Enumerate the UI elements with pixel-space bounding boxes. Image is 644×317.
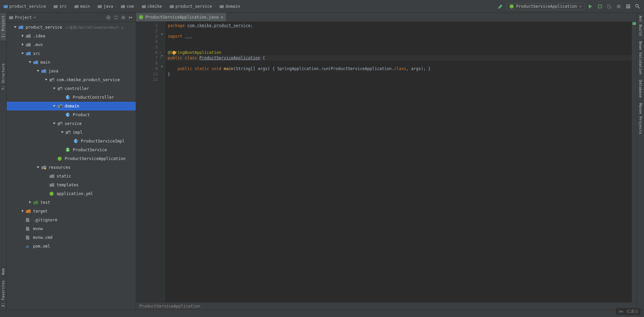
tree-item[interactable]: .gitignore [7, 216, 136, 224]
tree-item[interactable]: application.yml [7, 189, 136, 198]
search-icon[interactable] [634, 3, 641, 10]
left-tool-strip: 1: Project7: StructureWeb2: Favorites [0, 13, 7, 310]
tree-label: product_service [26, 25, 62, 30]
tree-item[interactable]: target [7, 207, 136, 216]
tree-item[interactable]: com.ckmike.product_service [7, 75, 136, 84]
folder-mod-icon [18, 25, 24, 30]
hide-icon[interactable] [128, 14, 134, 21]
folder-src-icon [33, 60, 38, 65]
fold-icon[interactable]: ⊞ [161, 54, 164, 57]
left-strip-tab[interactable]: 2: Favorites [0, 278, 6, 310]
breadcrumb-item[interactable]: com [119, 3, 135, 9]
editor-breadcrumb[interactable]: ProductServiceApplication [136, 302, 637, 310]
tree-item[interactable]: domain [7, 102, 136, 110]
svg-rect-4 [626, 6, 628, 8]
tree-item[interactable]: CProductController [7, 93, 136, 102]
debug-icon[interactable] [596, 3, 604, 10]
tree-item[interactable]: service [7, 119, 136, 128]
file-icon [26, 218, 31, 222]
tree-item[interactable]: resources [7, 163, 136, 172]
breadcrumb-item[interactable]: src [52, 3, 68, 9]
tree-item[interactable]: mpom.xml [7, 242, 136, 251]
tree-label: application.yml [57, 191, 93, 196]
tree-item[interactable]: CProductServiceImpl [7, 137, 136, 146]
svg-point-15 [60, 106, 62, 108]
svg-rect-0 [498, 7, 499, 9]
editor-tab[interactable]: ProductServiceApplication.java × [136, 12, 226, 21]
breadcrumb-item[interactable]: product_service [168, 3, 213, 9]
tree-item[interactable]: product_service~/桌面/SprinCloud/product_s [7, 23, 136, 32]
spring-icon [509, 4, 514, 9]
tree-item[interactable]: controller [7, 84, 136, 93]
stop-icon[interactable] [615, 3, 622, 10]
tree-item[interactable]: main [7, 58, 136, 67]
breadcrumb: product_service〉src〉main〉java〉com〉ckmike… [0, 3, 497, 9]
breadcrumb-item[interactable]: java [96, 3, 115, 9]
tree-item[interactable]: mvnw.cmd [7, 233, 136, 242]
tree-item[interactable]: IProductService [7, 146, 136, 154]
tree-item[interactable]: impl [7, 128, 136, 137]
bulb-icon[interactable] [172, 51, 176, 55]
error-strip[interactable] [632, 22, 637, 302]
hammer-icon[interactable] [497, 3, 504, 10]
tree-item[interactable]: static [7, 172, 136, 181]
toolbar-right: ProductServiceApplication [497, 3, 644, 10]
breadcrumb-item[interactable]: domain [218, 3, 241, 9]
interface-icon: I [65, 148, 71, 152]
breadcrumb-item[interactable]: main [73, 3, 91, 9]
tree-label: controller [65, 86, 89, 91]
class-icon: C [65, 113, 71, 117]
run-config-selector[interactable]: ProductServiceApplication [506, 3, 585, 10]
tree-item[interactable]: templates [7, 181, 136, 189]
tree-label: ProductController [73, 95, 114, 100]
right-strip-tab[interactable]: Bean Validation [638, 38, 643, 77]
left-strip-tab[interactable]: 7: Structure [0, 61, 6, 93]
breadcrumb-class: ProductServiceApplication [139, 304, 200, 309]
left-strip-tab[interactable]: 1: Project [0, 13, 6, 40]
tree-item[interactable]: .idea [7, 32, 136, 40]
fold-icon[interactable]: ⊞ [161, 65, 164, 68]
close-icon[interactable]: × [221, 14, 223, 20]
svg-text:C: C [66, 113, 69, 117]
breadcrumb-item[interactable]: product_service [2, 3, 47, 9]
tree-item[interactable]: CProduct [7, 110, 136, 119]
left-strip-tab[interactable]: Web [0, 265, 6, 278]
folder-src-icon [26, 51, 31, 56]
chevron-down-icon [579, 5, 582, 8]
tree-item[interactable]: src [7, 49, 136, 58]
coverage-icon[interactable] [606, 3, 613, 10]
fold-column[interactable]: ⊞⊞⊞ [160, 22, 165, 302]
project-panel: Project product_service~/桌面/SprinCloud/p… [7, 13, 136, 310]
breadcrumb-item[interactable]: ckmike [140, 3, 163, 9]
svg-point-1 [598, 5, 602, 8]
project-tree[interactable]: product_service~/桌面/SprinCloud/product_s… [7, 22, 136, 310]
tree-item[interactable]: mvnw [7, 224, 136, 233]
right-strip-tab[interactable]: Database [638, 77, 643, 100]
editor-area: ProductServiceApplication.java × 1234567… [136, 13, 637, 310]
tree-item[interactable]: .mvn [7, 40, 136, 49]
folder-target-icon [26, 209, 31, 214]
line-gutter[interactable]: 1234567891213 [136, 22, 160, 302]
structure-icon[interactable] [624, 3, 632, 10]
svg-point-31 [621, 310, 622, 311]
svg-rect-5 [628, 6, 630, 8]
collapse-icon[interactable] [113, 14, 119, 21]
tree-item[interactable]: java [7, 67, 136, 75]
gear-icon[interactable] [120, 14, 126, 21]
file-icon [26, 235, 31, 240]
run-icon[interactable] [587, 3, 594, 10]
svg-rect-7 [9, 16, 13, 19]
status-bar [0, 310, 644, 317]
fold-icon[interactable]: ⊞ [161, 32, 164, 36]
right-strip-tab[interactable]: Maven Projects [638, 100, 643, 137]
project-view-selector[interactable]: Project [9, 15, 105, 20]
right-strip-tab[interactable]: Ant Build [638, 13, 643, 38]
locate-icon[interactable] [105, 14, 111, 21]
tree-label: service [65, 121, 82, 126]
tree-item[interactable]: ProductServiceApplication [7, 154, 136, 163]
code-area[interactable]: package com.ckmike.product_service;impor… [165, 22, 632, 302]
tree-label: mvnw.cmd [33, 235, 53, 240]
tree-item[interactable]: test [7, 198, 136, 207]
chevron-down-icon [33, 16, 36, 19]
svg-rect-2 [617, 5, 620, 8]
